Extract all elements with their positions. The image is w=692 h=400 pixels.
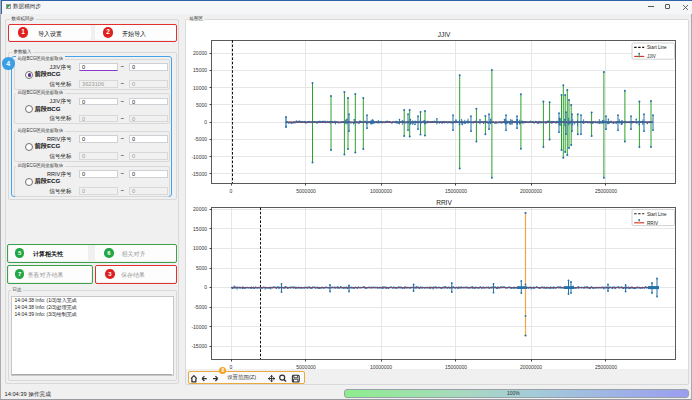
svg-text:10000: 10000	[193, 85, 207, 91]
svg-text:15000: 15000	[193, 67, 207, 73]
svg-text:0: 0	[230, 188, 233, 194]
svg-text:-15000: -15000	[191, 343, 207, 349]
svg-text:0: 0	[204, 284, 207, 290]
svg-text:RRIV: RRIV	[647, 221, 659, 226]
svg-text:Start Line: Start Line	[647, 212, 667, 217]
svg-text:20000000: 20000000	[520, 364, 542, 370]
svg-text:25000000: 25000000	[595, 364, 617, 370]
svg-text:0: 0	[230, 364, 233, 370]
svg-text:Start Line: Start Line	[647, 45, 667, 50]
svg-text:5000: 5000	[196, 102, 207, 108]
svg-text:-10000: -10000	[191, 154, 207, 160]
svg-text:20000: 20000	[193, 50, 207, 56]
svg-text:20000000: 20000000	[520, 188, 542, 194]
svg-text:15000000: 15000000	[445, 364, 467, 370]
svg-text:-5000: -5000	[194, 304, 207, 310]
svg-text:RRIV: RRIV	[436, 199, 452, 206]
svg-text:20000: 20000	[193, 206, 207, 212]
svg-text:25000000: 25000000	[595, 188, 617, 194]
svg-text:0: 0	[204, 119, 207, 125]
svg-text:JJIV: JJIV	[438, 31, 451, 38]
svg-text:15000: 15000	[193, 226, 207, 232]
svg-text:-15000: -15000	[191, 171, 207, 177]
svg-text:10000000: 10000000	[370, 364, 392, 370]
svg-text:5000000: 5000000	[296, 364, 316, 370]
svg-text:10000: 10000	[193, 245, 207, 251]
svg-text:15000000: 15000000	[445, 188, 467, 194]
svg-text:JJIV: JJIV	[647, 54, 657, 59]
svg-text:5000000: 5000000	[296, 188, 316, 194]
svg-text:-5000: -5000	[194, 136, 207, 142]
svg-text:10000000: 10000000	[370, 188, 392, 194]
svg-text:5000: 5000	[196, 265, 207, 271]
svg-text:-10000: -10000	[191, 324, 207, 330]
